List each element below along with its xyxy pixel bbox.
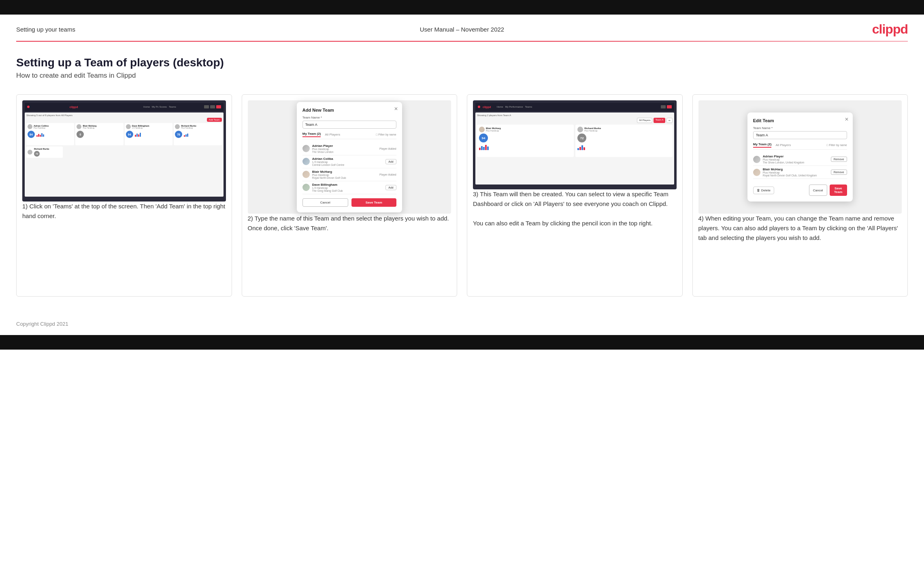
doc-title: User Manual – November 2022	[420, 26, 504, 33]
mock-edit-footer: 🗑 Delete Cancel Save Team	[753, 185, 847, 196]
mock-nav-1: clippd Home My Pc Scores Teams	[25, 103, 224, 111]
avatar-2	[302, 158, 310, 165]
mock-nav-3: clippd Home My Performance Teams	[475, 103, 674, 111]
mock-player-list: Adrian Player Plus HandicapThe Show Lond…	[302, 142, 396, 194]
mock-list-item-3: Blair McHarg Plus HandicapRoyal North De…	[302, 168, 396, 181]
page-subtitle: How to create and edit Teams in Clippd	[16, 72, 908, 80]
mock-tabs: My Team (2) All Players □ Filter by name	[302, 132, 396, 139]
player-name-1: Adrian Player	[312, 144, 377, 148]
delete-label: Delete	[761, 189, 771, 192]
card-2: Add New Team ✕ Team Name * Team A My Tea…	[242, 94, 458, 297]
mock-edit-close-icon: ✕	[845, 117, 849, 122]
card-3: clippd Home My Performance Teams Showing…	[467, 94, 683, 297]
mock-card-richard: Richard Burke Plus Handicap 72	[575, 125, 672, 157]
add-player-4-button[interactable]: Add	[385, 185, 396, 190]
mock-list-item-2: Adrian Coliba 1-5 HandicapCentral London…	[302, 155, 396, 168]
nav-dot	[27, 106, 30, 108]
remove-player-2-button[interactable]: Remove	[831, 170, 847, 175]
nav-brand: clippd	[32, 106, 115, 108]
mock-content-1: Showing 5 out of 8 players from All Play…	[25, 112, 224, 197]
save-team-button[interactable]: Save Team	[351, 198, 396, 207]
mock-tab-all-players[interactable]: All Players	[325, 133, 340, 136]
mock-edit-dialog-title: Edit Team	[753, 118, 847, 123]
mock-player-4: Richard Burke Plus Handicap 78	[174, 123, 221, 145]
player-club-3: Plus HandicapRoyal North Devon Golf Club	[312, 174, 377, 179]
screenshot-4: Edit Team ✕ Team Name * Team A My Team (…	[698, 100, 902, 214]
card-1: clippd Home My Pc Scores Teams Showing 5…	[16, 94, 232, 297]
edit-cancel-button[interactable]: Cancel	[809, 185, 827, 196]
logo: clippd	[872, 22, 908, 37]
mock-edit-actions: Cancel Save Team	[809, 185, 847, 196]
cancel-button[interactable]: Cancel	[302, 198, 348, 207]
mock-edit-team-name-label: Team Name *	[753, 126, 847, 130]
edit-player-info-2: Blair McHarg Plus HandicapRoyal North De…	[763, 168, 828, 177]
mock-edit-team-name-input[interactable]: Team A	[753, 131, 847, 139]
player-name-4: Dave Billingham	[312, 183, 383, 187]
mock-dialog-footer: Cancel Save Team	[302, 198, 396, 207]
edit-player-club-1: Plus HandicapThe Show London, United Kin…	[763, 158, 828, 164]
nav-dot-3	[478, 106, 480, 108]
mock-edit-tab-all-players[interactable]: All Players	[775, 143, 791, 147]
screenshot-1: clippd Home My Pc Scores Teams Showing 5…	[22, 100, 226, 202]
mock-dialog-title: Add New Team	[302, 108, 396, 112]
mock-edit-list-item-1: Adrian Player Plus HandicapThe Show Lond…	[753, 153, 847, 166]
mock-player-pair: Blair McHarg Plus Handicap 94	[477, 125, 673, 157]
nav-links: Home My Pc Scores Teams	[118, 106, 201, 108]
card-4-description: 4) When editing your Team, you can chang…	[698, 214, 902, 291]
avatar-1	[302, 145, 310, 152]
top-bar	[0, 0, 924, 15]
mock-player-2: Blair McHarg Plus Handicap 0	[75, 123, 123, 145]
mock-dialog-close-icon: ✕	[394, 106, 398, 112]
mock-card-blair: Blair McHarg Plus Handicap 94	[477, 125, 574, 157]
section-label: Setting up your teams	[16, 26, 75, 33]
player-status-1: Player Added	[379, 147, 396, 150]
card-1-description: 1) Click on 'Teams' at the top of the sc…	[22, 202, 226, 291]
page-content: Setting up a Team of players (desktop) H…	[0, 42, 924, 317]
mock-tab-my-team[interactable]: My Team (2)	[302, 132, 321, 137]
avatar-3	[302, 171, 310, 178]
header: Setting up your teams User Manual – Nove…	[0, 15, 924, 41]
player-name-3: Blair McHarg	[312, 170, 377, 174]
player-club-1: Plus HandicapThe Show London	[312, 148, 377, 153]
copyright: Copyright Clippd 2021	[16, 321, 68, 327]
player-info-1: Adrian Player Plus HandicapThe Show Lond…	[312, 144, 377, 153]
delete-button[interactable]: 🗑 Delete	[753, 187, 774, 194]
mock-edit-tabs: My Team (2) All Players □ Filter by name	[753, 142, 847, 150]
avatar-4	[302, 184, 310, 191]
edit-player-club-2: Plus HandicapRoyal North Devon Golf Club…	[763, 171, 828, 177]
mock-edit-dialog: Edit Team ✕ Team Name * Team A My Team (…	[747, 112, 853, 202]
edit-avatar-2	[753, 169, 760, 176]
player-info-3: Blair McHarg Plus HandicapRoyal North De…	[312, 170, 377, 179]
edit-player-name-1: Adrian Player	[763, 155, 828, 158]
player-status-3: Player Added	[379, 173, 396, 176]
card-3-description: 3) This Team will then be created. You c…	[473, 189, 677, 291]
player-name-2: Adrian Coliba	[312, 157, 383, 161]
mock-edit-list-item-2: Blair McHarg Plus HandicapRoyal North De…	[753, 166, 847, 179]
mock-player-3: Dave Billingham 1-5 Handicap 94	[125, 123, 172, 145]
player-club-4: 1-5 HandicapThe Greg Maing Golf Club	[312, 187, 383, 192]
mock-content-3: Showing 2 players from Team A All Player…	[475, 112, 674, 185]
mock-player-1: Adrian Collins Plus Handicap 84	[26, 123, 74, 145]
card-2-description: 2) Type the name of this Team and then s…	[248, 214, 451, 291]
edit-save-team-button[interactable]: Save Team	[830, 185, 847, 196]
mock-edit-tab-my-team[interactable]: My Team (2)	[753, 142, 772, 148]
mock-player-grid: Adrian Collins Plus Handicap 84	[26, 123, 222, 145]
remove-player-1-button[interactable]: Remove	[831, 157, 847, 162]
mock-list-item-1: Adrian Player Plus HandicapThe Show Lond…	[302, 142, 396, 155]
mock-edit-tab-filter: □ Filter by name	[826, 144, 847, 146]
screenshot-2: Add New Team ✕ Team Name * Team A My Tea…	[248, 100, 451, 214]
screenshot-3: clippd Home My Performance Teams Showing…	[473, 100, 677, 189]
mock-team-name-input[interactable]: Team A	[302, 121, 396, 129]
add-player-2-button[interactable]: Add	[385, 159, 396, 164]
cards-row: clippd Home My Pc Scores Teams Showing 5…	[16, 94, 908, 297]
footer: Copyright Clippd 2021	[0, 317, 924, 335]
player-info-4: Dave Billingham 1-5 HandicapThe Greg Mai…	[312, 183, 383, 192]
player-info-2: Adrian Coliba 1-5 HandicapCentral London…	[312, 157, 383, 166]
edit-avatar-1	[753, 156, 760, 163]
bottom-bar	[0, 335, 924, 350]
mock-team-name-label: Team Name *	[302, 116, 396, 119]
page-title: Setting up a Team of players (desktop)	[16, 56, 908, 69]
trash-icon: 🗑	[757, 189, 760, 192]
edit-player-name-2: Blair McHarg	[763, 168, 828, 171]
edit-player-info-1: Adrian Player Plus HandicapThe Show Lond…	[763, 155, 828, 164]
